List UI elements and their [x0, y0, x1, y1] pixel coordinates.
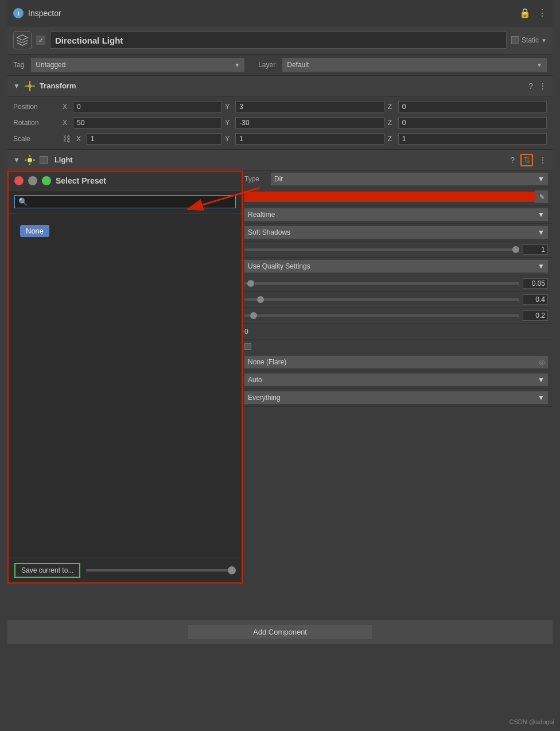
preset-search-input[interactable]	[30, 197, 232, 206]
intensity-slider-thumb[interactable]	[512, 246, 519, 253]
scale-z-group: Z	[388, 133, 547, 145]
render-dropdown[interactable]: Auto ▼	[244, 374, 548, 386]
inspector-icon: i	[13, 8, 24, 18]
culling-value: Everything ▼	[244, 391, 548, 404]
layer-value: Default	[287, 61, 309, 69]
rotation-row: Rotation X Y Z	[7, 115, 553, 131]
render-value: Auto ▼	[244, 374, 548, 386]
culling-value-text: Everything	[248, 394, 281, 402]
menu-icon[interactable]: ⋮	[538, 7, 547, 18]
light-render-row: Auto ▼	[240, 371, 553, 389]
light-collapse-arrow[interactable]: ▼	[13, 156, 20, 164]
light-right-panel: Type Dir ▼ ✎ Realtime ▼	[240, 170, 553, 407]
gameobject-name-input[interactable]	[50, 32, 507, 49]
cookie-size-row	[240, 340, 553, 353]
flare-field[interactable]: None (Flare) ◎	[244, 356, 548, 368]
light-shadow-dropdown[interactable]: Soft Shadows ▼	[244, 226, 548, 239]
intensity-slider-track	[244, 248, 519, 251]
tag-label: Tag	[13, 61, 24, 69]
preset-close-button[interactable]	[14, 176, 24, 185]
culling-dropdown-arrow: ▼	[538, 394, 545, 402]
quality-dropdown[interactable]: Use Quality Settings ▼	[244, 260, 548, 273]
scale-y-group: Y	[225, 133, 384, 145]
position-x-input[interactable]	[73, 101, 221, 112]
gameobject-row: ✓ Static ▼	[7, 26, 553, 55]
light-intensity-row	[240, 242, 553, 258]
footer-slider-thumb[interactable]	[228, 566, 236, 574]
normal-bias-input[interactable]	[523, 294, 548, 305]
scale-y-label: Y	[225, 135, 233, 143]
type-dropdown-arrow: ▼	[538, 175, 545, 183]
light-help-icon[interactable]: ?	[510, 155, 515, 165]
rotation-y-input[interactable]	[235, 117, 384, 129]
normal-bias-slider-thumb[interactable]	[257, 296, 264, 303]
save-current-button[interactable]: Save current to...	[14, 563, 80, 578]
static-checkbox[interactable]	[511, 36, 519, 44]
rotation-y-label: Y	[225, 119, 233, 127]
scale-z-input[interactable]	[398, 133, 547, 145]
mode-value: Realtime	[248, 211, 275, 219]
transform-icon	[25, 81, 35, 91]
static-label: Static	[522, 36, 539, 44]
position-z-input[interactable]	[398, 101, 547, 112]
bias-slider-track	[244, 282, 519, 285]
intensity-input[interactable]	[523, 244, 548, 255]
quality-dropdown-arrow: ▼	[538, 262, 545, 270]
layer-dropdown-arrow: ▼	[536, 62, 542, 68]
rotation-y-group: Y	[225, 117, 384, 129]
light-content-area: Type Dir ▼ ✎ Realtime ▼	[7, 170, 553, 618]
light-color-swatch[interactable]	[244, 192, 535, 202]
near-plane-slider-wrap	[244, 310, 548, 321]
layer-dropdown[interactable]: Default ▼	[282, 58, 547, 72]
light-section-header: ▼ Light ? ⇅ ⋮	[7, 150, 553, 170]
gameobject-icon	[13, 31, 32, 49]
layer-label: Layer	[258, 61, 275, 69]
rotation-x-input[interactable]	[73, 117, 221, 129]
add-component-button[interactable]: Add Component	[188, 625, 372, 639]
scale-x-input[interactable]	[87, 133, 221, 145]
preset-title-bar: Select Preset	[9, 172, 242, 190]
cookie-checkbox[interactable]	[244, 343, 251, 350]
light-active-checkbox[interactable]	[40, 156, 48, 164]
preset-minimize-button[interactable]	[28, 176, 37, 185]
shadow-dropdown-arrow: ▼	[538, 228, 545, 236]
static-toggle: Static ▼	[511, 36, 547, 44]
transform-help-icon[interactable]: ?	[528, 81, 533, 91]
scale-x-label: X	[76, 135, 84, 143]
gameobject-active-checkbox[interactable]: ✓	[36, 36, 45, 45]
scale-y-input[interactable]	[235, 133, 384, 145]
light-culling-row: Everything ▼	[240, 389, 553, 407]
rotation-z-input[interactable]	[398, 117, 547, 129]
bias-input[interactable]	[523, 278, 548, 289]
transform-fields: Position X Y Z Rotation X Y	[7, 96, 553, 150]
tag-dropdown[interactable]: Untagged ▼	[31, 58, 244, 72]
light-menu-icon[interactable]: ⋮	[539, 155, 547, 165]
near-plane-slider-track	[244, 314, 519, 317]
scale-row: Scale ⛓ X Y Z	[7, 131, 553, 147]
eyedropper-button[interactable]: ✎	[535, 190, 548, 203]
near-plane-input[interactable]	[523, 310, 548, 321]
position-y-label: Y	[225, 103, 233, 111]
culling-dropdown[interactable]: Everything ▼	[244, 391, 548, 404]
render-value-text: Auto	[248, 376, 262, 384]
preset-maximize-button[interactable]	[42, 176, 51, 185]
footer-slider[interactable]	[86, 569, 236, 571]
bias-slider-thumb[interactable]	[247, 280, 254, 287]
light-actions: ? ⇅ ⋮	[510, 154, 547, 166]
watermark: CSDN @adogai	[510, 718, 554, 725]
light-shadow-value: Soft Shadows ▼	[244, 226, 548, 239]
preset-content: None	[9, 213, 242, 558]
light-preset-settings-icon[interactable]: ⇅	[520, 154, 533, 166]
transform-collapse-arrow[interactable]: ▼	[13, 82, 20, 90]
tag-value: Untagged	[36, 61, 65, 69]
light-mode-dropdown[interactable]: Realtime ▼	[244, 208, 548, 221]
transform-menu-icon[interactable]: ⋮	[539, 81, 547, 91]
lock-icon[interactable]: 🔒	[519, 7, 531, 18]
light-type-dropdown[interactable]: Dir ▼	[271, 173, 548, 185]
none-badge[interactable]: None	[20, 225, 49, 237]
shadow-value: Soft Shadows	[248, 228, 290, 236]
static-dropdown-arrow[interactable]: ▼	[541, 37, 547, 44]
near-plane-slider-thumb[interactable]	[250, 312, 257, 319]
inspector-panel: i Inspector 🔒 ⋮ ✓ Static ▼ Tag Untagged …	[7, 0, 553, 644]
position-y-input[interactable]	[235, 101, 384, 112]
